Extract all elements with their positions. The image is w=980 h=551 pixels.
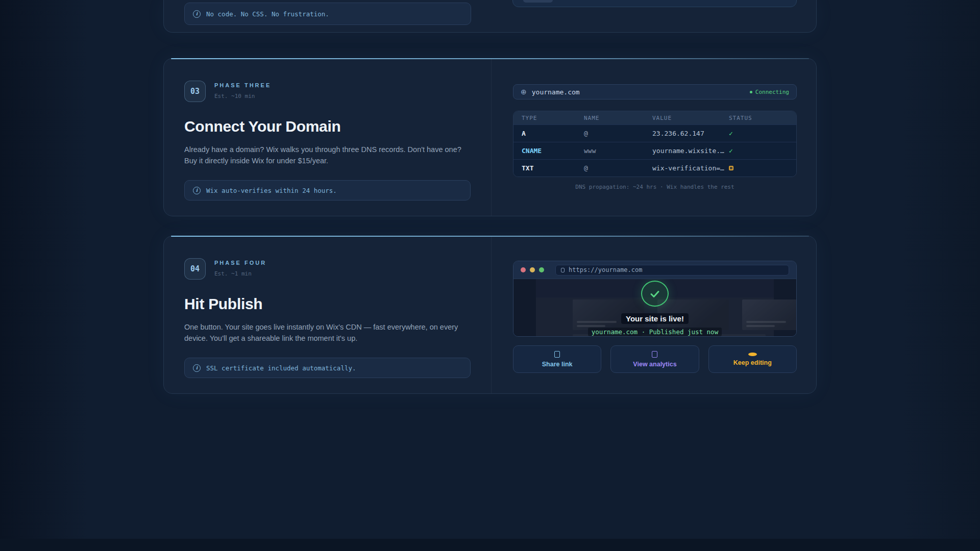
phase-body: Already have a domain? Wix walks you thr… (184, 144, 473, 166)
info-icon: i (193, 187, 201, 194)
live-title: Your site is live! (621, 313, 689, 324)
keep-editing-button[interactable]: Keep editing (708, 345, 797, 373)
phase-note: i SSL certificate included automatically… (184, 358, 471, 378)
dns-table-header: TYPENAMEVALUESTATUS (513, 111, 796, 124)
action-buttons-row: Share linkView analyticsKeep editing (513, 345, 797, 373)
view-analytics-button[interactable]: View analytics (610, 345, 699, 373)
dns-records-table: TYPENAMEVALUESTATUSA@23.236.62.147✓CNAME… (513, 111, 797, 177)
browser-chrome: https://yourname.com (513, 261, 796, 279)
info-icon: i (193, 10, 201, 18)
check-icon: ✓ (729, 130, 788, 137)
phase-kicker: PHASE FOUR (214, 260, 266, 266)
url-text: https://yourname.com (569, 266, 643, 273)
traffic-light-yellow-icon (530, 267, 535, 272)
next-section-edge (0, 539, 980, 551)
status-dot-icon (750, 91, 752, 93)
action-button-label: Keep editing (733, 359, 772, 366)
dns-panel: ⊕ yourname.com Connecting TYPENAMEVALUES… (492, 59, 816, 216)
pending-icon (729, 166, 733, 170)
dns-footnote: DNS propagation: ~24 hrs · Wix handles t… (513, 184, 797, 190)
browser-mockup: https://yourname.com (513, 261, 797, 337)
phase-estimate: Est. ~10 min (214, 93, 271, 99)
share-link-button[interactable]: Share link (513, 345, 601, 373)
phase-header: 03 PHASE THREE Est. ~10 min (184, 81, 471, 102)
phase-title: Connect Your Domain (184, 118, 471, 135)
connection-status-badge: Connecting (750, 89, 789, 95)
intro-card: i No code. No CSS. No frustration. (163, 0, 817, 33)
intro-note-text: No code. No CSS. No frustration. (206, 10, 329, 18)
phase-three-card: 03 PHASE THREE Est. ~10 min Connect Your… (163, 58, 817, 216)
phase-number-badge: 04 (184, 258, 206, 280)
live-overlay: Your site is live! yourname.com · Publis… (513, 279, 796, 336)
domain-bar: ⊕ yourname.com Connecting (513, 84, 797, 99)
pencil-icon (748, 353, 757, 356)
dns-record-row: TXT@wix-verification=… (513, 159, 796, 177)
placeholder-box-icon (652, 351, 657, 358)
phase-note: i Wix auto-verifies within 24 hours. (184, 180, 471, 201)
phase-note-text: SSL certificate included automatically. (206, 364, 356, 372)
site-preview: Your site is live! yourname.com · Publis… (513, 279, 796, 336)
success-check-icon (641, 281, 669, 307)
dns-record-row: A@23.236.62.147✓ (513, 124, 796, 142)
phase-number-badge: 03 (184, 81, 206, 102)
lock-icon (561, 268, 565, 272)
intro-partial-panel (512, 0, 797, 7)
phase-four-text-column: 04 PHASE FOUR Est. ~1 min Hit Publish On… (164, 236, 492, 393)
phase-body: One button. Your site goes live instantl… (184, 321, 473, 344)
connection-status-text: Connecting (755, 89, 789, 95)
traffic-light-green-icon (539, 267, 544, 272)
action-button-label: Share link (542, 361, 573, 368)
live-subtitle: yourname.com · Published just now (588, 328, 722, 336)
intro-note: i No code. No CSS. No frustration. (184, 3, 471, 25)
phase-four-card: 04 PHASE FOUR Est. ~1 min Hit Publish On… (163, 236, 817, 394)
dns-record-row: CNAMEwwwyourname.wixsite.…✓ (513, 142, 796, 159)
check-icon: ✓ (729, 147, 788, 155)
phase-header: 04 PHASE FOUR Est. ~1 min (184, 258, 471, 280)
info-icon: i (193, 364, 201, 372)
domain-name: yourname.com (532, 88, 580, 96)
phase-kicker: PHASE THREE (214, 82, 271, 88)
url-bar: https://yourname.com (555, 265, 789, 276)
globe-icon: ⊕ (521, 88, 527, 95)
action-button-label: View analytics (633, 361, 676, 368)
phase-three-text-column: 03 PHASE THREE Est. ~10 min Connect Your… (164, 59, 492, 216)
publish-panel: https://yourname.com (492, 236, 816, 393)
phase-estimate: Est. ~1 min (214, 270, 266, 277)
phase-title: Hit Publish (184, 295, 471, 313)
intro-partial-chip (523, 0, 553, 3)
placeholder-box-icon (554, 351, 560, 358)
phase-note-text: Wix auto-verifies within 24 hours. (206, 187, 337, 194)
traffic-light-red-icon (521, 267, 526, 272)
